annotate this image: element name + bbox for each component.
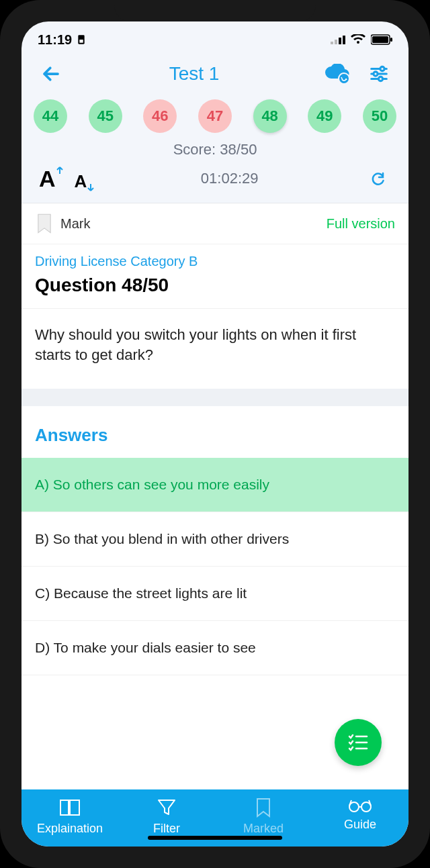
book-icon xyxy=(58,798,81,818)
answers-heading: Answers xyxy=(22,406,408,458)
svg-rect-8 xyxy=(390,38,392,42)
spacer xyxy=(22,389,408,406)
answer-option[interactable]: B) So that you blend in with other drive… xyxy=(22,512,408,567)
device-notch xyxy=(114,0,316,21)
mark-row: Mark Full version xyxy=(22,203,408,244)
mark-button[interactable]: Mark xyxy=(35,213,90,234)
svg-rect-7 xyxy=(372,36,388,43)
screen: 11:19 xyxy=(22,21,408,847)
font-size-controls: A A xyxy=(39,166,95,192)
back-button[interactable] xyxy=(38,60,64,87)
question-text: Why should you switch your lights on whe… xyxy=(22,309,408,389)
sliders-icon xyxy=(369,64,389,84)
bookmark-icon xyxy=(255,798,272,818)
checklist-icon xyxy=(347,732,370,753)
font-increase-button[interactable]: A xyxy=(39,166,64,192)
refresh-icon xyxy=(370,171,386,187)
cloud-sync-button[interactable] xyxy=(324,60,351,87)
bookmark-icon xyxy=(35,213,54,234)
glasses-icon xyxy=(348,798,372,814)
arrow-left-icon xyxy=(41,64,61,84)
status-indicators xyxy=(331,34,392,45)
svg-point-9 xyxy=(339,73,349,84)
question-pill[interactable]: 46 xyxy=(143,99,177,133)
settings-button[interactable] xyxy=(366,60,392,87)
nav-marked[interactable]: Marked xyxy=(215,798,312,836)
refresh-button[interactable] xyxy=(364,165,391,192)
status-bar: 11:19 xyxy=(22,21,408,54)
nav-guide[interactable]: Guide xyxy=(312,798,408,836)
question-pill[interactable]: 44 xyxy=(34,99,67,133)
mark-label: Mark xyxy=(60,216,90,232)
answer-option[interactable]: D) To make your dials easier to see xyxy=(22,621,408,675)
answers-list: A) So others can see you more easilyB) S… xyxy=(22,458,408,675)
answer-option[interactable]: A) So others can see you more easily xyxy=(22,458,408,512)
home-indicator[interactable] xyxy=(148,836,282,840)
app-header: Test 1 xyxy=(22,54,408,99)
content-area: Mark Full version Driving License Catego… xyxy=(22,203,408,789)
status-time-group: 11:19 xyxy=(38,32,87,48)
status-time: 11:19 xyxy=(38,32,72,48)
svg-point-11 xyxy=(380,66,384,70)
page-title: Test 1 xyxy=(73,63,316,85)
timer-label: 01:02:29 xyxy=(201,170,259,187)
question-meta: Driving License Category B Question 48/5… xyxy=(22,244,408,309)
header-actions xyxy=(324,60,392,87)
wifi-icon xyxy=(351,34,366,45)
svg-rect-4 xyxy=(339,38,341,44)
nav-label: Guide xyxy=(344,818,376,832)
nav-explanation[interactable]: Explaination xyxy=(22,798,118,836)
timer-row: A A 01:02:29 xyxy=(22,165,408,203)
svg-rect-1 xyxy=(79,40,83,43)
svg-rect-3 xyxy=(335,40,337,44)
device-frame: 11:19 xyxy=(0,0,430,868)
nav-filter[interactable]: Filter xyxy=(118,798,215,836)
nav-label: Filter xyxy=(153,822,180,836)
nav-label: Marked xyxy=(243,822,284,836)
question-pill[interactable]: 45 xyxy=(89,99,122,133)
cellular-icon xyxy=(331,35,345,44)
question-strip[interactable]: 44454647484950 xyxy=(22,99,408,138)
svg-rect-5 xyxy=(343,36,345,44)
arrow-down-icon xyxy=(87,183,95,192)
arrow-up-icon xyxy=(56,166,64,175)
funnel-icon xyxy=(157,798,177,818)
cloud-sync-icon xyxy=(324,64,351,84)
question-counter: Question 48/50 xyxy=(35,275,395,296)
svg-point-13 xyxy=(374,72,378,76)
svg-point-15 xyxy=(378,77,382,81)
question-pill[interactable]: 48 xyxy=(253,99,287,133)
battery-icon xyxy=(371,34,392,45)
font-decrease-button[interactable]: A xyxy=(75,171,95,192)
question-pill[interactable]: 49 xyxy=(308,99,341,133)
nav-label: Explaination xyxy=(37,822,103,836)
question-pill[interactable]: 47 xyxy=(198,99,232,133)
sim-icon xyxy=(76,34,87,45)
fab-button[interactable] xyxy=(335,719,382,766)
full-version-link[interactable]: Full version xyxy=(327,216,395,232)
answer-option[interactable]: C) Because the street lights are lit xyxy=(22,567,408,621)
score-label: Score: 38/50 xyxy=(22,138,408,165)
question-card: Mark Full version Driving License Catego… xyxy=(22,203,408,389)
svg-rect-2 xyxy=(331,42,333,44)
category-label: Driving License Category B xyxy=(35,254,395,269)
question-pill[interactable]: 50 xyxy=(363,99,396,133)
